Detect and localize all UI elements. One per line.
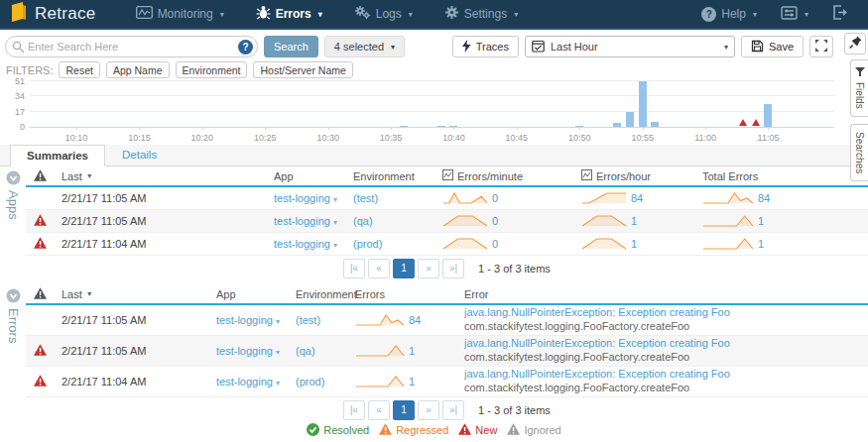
funnel-icon [855,67,865,79]
nav-errors[interactable]: Errors▾ [240,0,338,28]
x-tick [517,127,518,130]
col-errors[interactable]: Errors [355,288,464,300]
col-total-errors[interactable]: Total Errors [702,170,868,182]
tab-details[interactable]: Details [105,144,174,166]
expand-button[interactable] [809,36,833,57]
collapse-errors-icon[interactable] [6,288,21,305]
chart-y-axis: 0173451 [2,81,28,127]
logout-button[interactable] [822,5,858,23]
col-app-environment[interactable]: AppEnvironment [274,170,442,182]
environment-link[interactable]: (qa) [296,345,315,357]
error-count-link[interactable]: 84 [631,192,643,204]
search-input[interactable] [28,41,233,53]
page-last-button[interactable]: »| [442,259,464,278]
apps-table-row[interactable]: 2/21/17 11:05 AMtest-logging▾(qa)011 [26,210,868,233]
chart-bar[interactable] [575,126,583,128]
help-menu[interactable]: ? Help ▾ [691,7,767,22]
expand-icon [814,39,828,55]
chart-bar[interactable] [639,81,647,127]
environment-link[interactable]: (prod) [296,376,324,387]
search-help-icon[interactable]: ? [238,40,253,55]
error-cell: java.lang.NullPointerException: Exceptio… [464,337,868,365]
filter-app-name[interactable]: App Name [106,61,170,78]
error-count-link[interactable]: 0 [492,192,498,204]
col-last[interactable]: Last▼ [62,288,216,300]
error-detail: com.stackifytest.logging.FooFactory.crea… [464,382,868,395]
col-errors-minute[interactable]: Errors/minute [442,169,581,182]
filters-bar: FILTERS: ResetApp NameEnvironmentHost/Se… [0,60,868,79]
error-count-link[interactable]: 84 [758,192,770,204]
page-last-button[interactable]: »| [442,400,464,420]
page-first-button[interactable]: |« [343,400,365,420]
filter-reset[interactable]: Reset [59,61,99,78]
pin-button[interactable] [844,33,866,55]
chart-bar[interactable] [651,122,659,127]
error-count-link[interactable]: 84 [409,314,421,326]
page-number-button[interactable]: 1 [393,259,415,278]
page-prev-button[interactable]: « [368,400,390,420]
page-next-button[interactable]: » [418,259,439,278]
nav-settings[interactable]: Settings▾ [429,0,534,28]
chart-bar[interactable] [437,126,445,128]
nav-monitoring[interactable]: Monitoring▾ [120,0,240,28]
traces-button[interactable]: Traces [452,36,519,57]
col-error[interactable]: Error [464,288,868,300]
app-link[interactable]: test-logging▾ [274,238,349,250]
y-tick-label: 17 [15,107,25,117]
chart-bar[interactable] [400,126,408,128]
environment-link[interactable]: (qa) [353,215,373,227]
page-prev-button[interactable]: « [368,259,390,278]
error-count-link[interactable]: 1 [758,238,764,250]
app-link[interactable]: test-logging▾ [274,215,349,227]
nav-logs[interactable]: Logs▾ [338,0,429,28]
errors-table-row[interactable]: 2/21/17 11:04 AMtest-logging▾(prod)1java… [26,367,868,397]
error-title-link[interactable]: java.lang.NullPointerException: Exceptio… [464,337,868,351]
chart-bar[interactable] [626,112,634,127]
apps-table-row[interactable]: 2/21/17 11:04 AMtest-logging▾(prod)011 [26,233,868,256]
preferences-menu[interactable]: ▾ [771,6,818,23]
environment-link[interactable]: (test) [296,314,320,326]
error-title-link[interactable]: java.lang.NullPointerException: Exceptio… [464,368,868,382]
filter-host-server-name[interactable]: Host/Server Name [253,61,352,78]
errors-table-row[interactable]: 2/21/17 11:05 AMtest-logging▾(test)84jav… [26,305,868,336]
app-link[interactable]: test-logging▾ [274,192,349,204]
brand[interactable]: Retrace [10,2,96,27]
side-tab-fields[interactable]: Fields [850,59,868,117]
app-link[interactable]: test-logging▾ [216,376,292,387]
time-range-select[interactable]: Last Hour ▾ [525,36,735,57]
app-link[interactable]: test-logging▾ [216,345,292,357]
filter-environment[interactable]: Environment [176,61,248,78]
selected-dropdown[interactable]: 4 selected ▾ [324,36,405,57]
app-link[interactable]: test-logging▾ [216,314,292,326]
page-first-button[interactable]: |« [343,259,365,278]
save-button[interactable]: Save [741,36,804,57]
col-app-environment[interactable]: AppEnvironment [216,288,355,300]
collapse-apps-icon[interactable] [6,170,21,187]
side-tab-searches[interactable]: Searches [850,124,868,181]
filters-label: FILTERS: [6,64,53,76]
page-next-button[interactable]: » [418,400,439,420]
error-count-link[interactable]: 1 [758,215,764,227]
apps-table-row[interactable]: 2/21/17 11:05 AMtest-logging▾(test)08484 [26,187,868,210]
chart-bar[interactable] [764,104,772,127]
chart-bar[interactable] [449,126,457,128]
error-count-link[interactable]: 1 [409,345,415,357]
errors-pagination: |««1»»|1 - 3 of 3 items [26,397,868,422]
chart-bar[interactable] [613,123,621,127]
errors-table-row[interactable]: 2/21/17 11:05 AMtest-logging▾(qa)1java.l… [26,336,868,367]
col-errors-hour[interactable]: Errors/hour [581,169,702,182]
error-count-link[interactable]: 1 [631,238,637,250]
apps-pagination: |««1»»|1 - 3 of 3 items [26,256,868,280]
col-last[interactable]: Last▼ [62,170,274,182]
error-count-link[interactable]: 0 [492,238,498,250]
environment-link[interactable]: (prod) [353,238,382,250]
error-count-link[interactable]: 0 [492,215,498,227]
pager-buttons: |««1»»| [343,259,464,278]
error-count-link[interactable]: 1 [409,376,415,387]
environment-link[interactable]: (test) [353,192,378,204]
search-button[interactable]: Search [264,36,318,57]
tab-summaries[interactable]: Summaries [10,145,105,166]
page-number-button[interactable]: 1 [393,400,415,420]
error-count-link[interactable]: 1 [631,215,637,227]
error-title-link[interactable]: java.lang.NullPointerException: Exceptio… [464,306,868,320]
